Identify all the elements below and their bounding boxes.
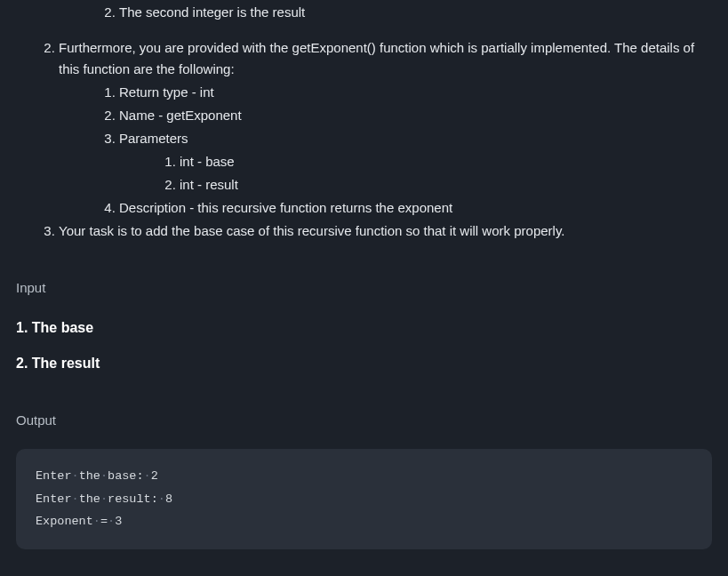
sample-line-3: Exponent·=·3 bbox=[36, 510, 692, 533]
instr-2-3-text: Parameters bbox=[119, 131, 188, 146]
instr-2-3-1: int - base bbox=[180, 151, 712, 172]
instr-2-text: Furthermore, you are provided with the g… bbox=[59, 40, 694, 76]
instr-2-2: Name - getExponent bbox=[119, 105, 712, 126]
instr-2-1: Return type - int bbox=[119, 82, 712, 103]
instr-2-4: Description - this recursive function re… bbox=[119, 197, 712, 219]
instr-2-sublist: Return type - int Name - getExponent Par… bbox=[59, 82, 712, 219]
sample-line-1: Enter·the·base:·2 bbox=[36, 465, 692, 488]
instruction-list-main: Furthermore, you are provided with the g… bbox=[16, 37, 712, 242]
sample-line-2: Enter·the·result:·8 bbox=[36, 488, 692, 511]
problem-description: The second integer is the result Further… bbox=[16, 2, 712, 549]
input-spec-list: 1. The base 2. The result bbox=[16, 316, 712, 374]
instr-2-3: Parameters int - base int - result bbox=[119, 128, 712, 196]
input-spec-1: 1. The base bbox=[16, 316, 712, 340]
sample-output-block: Enter·the·base:·2 Enter·the·result:·8 Ex… bbox=[16, 449, 712, 549]
instr-2-3-sublist: int - base int - result bbox=[119, 151, 712, 196]
instr-2: Furthermore, you are provided with the g… bbox=[59, 37, 712, 219]
instruction-list-fragment-top: The second integer is the result bbox=[16, 2, 712, 23]
input-heading: Input bbox=[16, 277, 712, 299]
instr-1-2-2: The second integer is the result bbox=[119, 2, 712, 23]
output-heading: Output bbox=[16, 410, 712, 431]
input-spec-2: 2. The result bbox=[16, 352, 712, 375]
instr-2-3-2: int - result bbox=[180, 174, 712, 196]
instr-3: Your task is to add the base case of thi… bbox=[59, 220, 712, 242]
